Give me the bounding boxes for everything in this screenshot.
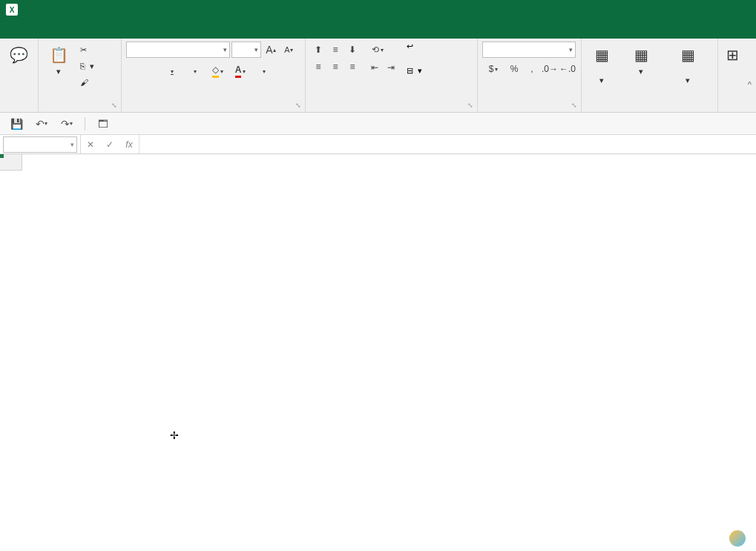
save-button[interactable]: 💾	[9, 116, 24, 131]
underline-button[interactable]	[160, 63, 183, 79]
formula-input[interactable]	[139, 135, 756, 154]
qat-extra-button[interactable]: 🗔	[96, 116, 111, 131]
merge-center-button[interactable]: ⊟ ▾	[407, 66, 422, 76]
increase-font-button[interactable]: A▴	[263, 42, 279, 58]
align-right-button[interactable]: ≡	[344, 59, 361, 75]
redo-button[interactable]: ↷ ▾	[59, 116, 74, 131]
phonetic-button[interactable]	[252, 63, 275, 79]
cell-styles-icon: ▦	[676, 43, 700, 67]
cancel-formula-button[interactable]: ✕	[81, 135, 100, 154]
select-all-corner[interactable]	[0, 154, 22, 171]
bold-button[interactable]	[126, 63, 142, 79]
conditional-format-icon: ▦	[590, 43, 614, 67]
table-format-icon: ▦	[629, 43, 653, 67]
decrease-font-button[interactable]: A▾	[280, 42, 297, 58]
group-label-clipboard	[43, 108, 116, 110]
undo-button[interactable]: ↶ ▾	[34, 116, 49, 131]
border-button[interactable]	[183, 63, 206, 79]
font-size-combo[interactable]	[231, 42, 261, 58]
cursor-icon: ✢	[170, 429, 179, 441]
cut-button[interactable]: ✂	[77, 42, 97, 58]
orientation-button[interactable]: ⟲	[367, 42, 389, 58]
paste-icon: 📋	[47, 43, 70, 67]
format-as-table-button[interactable]: ▦ ▾	[620, 42, 662, 78]
font-color-button[interactable]: A	[229, 63, 252, 79]
merge-icon: ⊟	[407, 66, 413, 76]
align-left-button[interactable]: ≡	[310, 59, 326, 75]
name-box[interactable]	[3, 136, 77, 153]
copy-icon: ⎘	[80, 62, 85, 70]
title-bar: X	[0, 0, 756, 19]
paste-button[interactable]: 📋 ▾	[43, 42, 74, 78]
format-painter-button[interactable]: 🖌	[77, 74, 97, 90]
excel-icon: X	[6, 4, 18, 16]
align-middle-button[interactable]: ≡	[327, 42, 344, 58]
brush-icon: 🖌	[80, 78, 88, 87]
insert-icon: ⊞	[720, 43, 744, 67]
group-label-number	[482, 108, 576, 110]
font-name-combo[interactable]	[126, 42, 230, 58]
send-to-wechat-button[interactable]: 💬	[4, 42, 33, 68]
decrease-decimal-button[interactable]: ←.0	[559, 61, 576, 77]
number-format-combo[interactable]	[482, 42, 576, 58]
watermark-logo-icon	[729, 530, 746, 547]
group-label-filetransfer	[4, 108, 33, 110]
increase-indent-button[interactable]: ⇥	[383, 59, 399, 76]
group-label-font	[126, 108, 300, 110]
group-label-styles	[586, 108, 713, 110]
clipboard-dialog-launcher[interactable]: ⤡	[110, 101, 119, 110]
number-dialog-launcher[interactable]: ⤡	[570, 101, 579, 110]
font-dialog-launcher[interactable]: ⤡	[294, 101, 303, 110]
comma-button[interactable]: ,	[524, 61, 540, 77]
wrap-text-button[interactable]: ↩	[407, 42, 422, 51]
copy-button[interactable]: ⎘ ▾	[77, 58, 97, 74]
conditional-format-button[interactable]: ▦ ▾	[586, 42, 617, 87]
menu-tabs	[0, 19, 756, 39]
wechat-icon: 💬	[7, 43, 31, 67]
scissors-icon: ✂	[80, 45, 87, 55]
italic-button[interactable]	[143, 63, 160, 79]
insert-cells-button[interactable]: ⊞	[723, 42, 742, 68]
watermark	[729, 530, 749, 547]
quick-access-toolbar: 💾 ↶ ▾ ↷ ▾ 🗔	[0, 113, 756, 135]
fx-button[interactable]: fx	[119, 135, 139, 154]
align-center-button[interactable]: ≡	[327, 59, 344, 75]
ribbon: 💬 📋 ▾ ✂ ⎘ ▾ 🖌 ⤡ A▴	[0, 39, 756, 113]
increase-decimal-button[interactable]: .0→	[542, 61, 558, 77]
collapse-ribbon-button[interactable]: ^	[748, 80, 752, 89]
accounting-format-button[interactable]: $	[482, 61, 504, 77]
formula-bar: ✕ ✓ fx	[0, 135, 756, 154]
align-bottom-button[interactable]: ⬇	[344, 42, 361, 58]
wrap-icon: ↩	[407, 42, 413, 51]
enter-formula-button[interactable]: ✓	[100, 135, 119, 154]
alignment-dialog-launcher[interactable]: ⤡	[466, 101, 475, 110]
spreadsheet-grid[interactable]: ✢	[0, 154, 756, 525]
percent-button[interactable]: %	[506, 61, 522, 77]
align-top-button[interactable]: ⬆	[310, 42, 326, 58]
group-label-alignment	[310, 108, 473, 110]
decrease-indent-button[interactable]: ⇤	[367, 59, 383, 76]
fill-color-button[interactable]: ◇	[206, 63, 229, 79]
cell-styles-button[interactable]: ▦ ▾	[665, 42, 711, 87]
